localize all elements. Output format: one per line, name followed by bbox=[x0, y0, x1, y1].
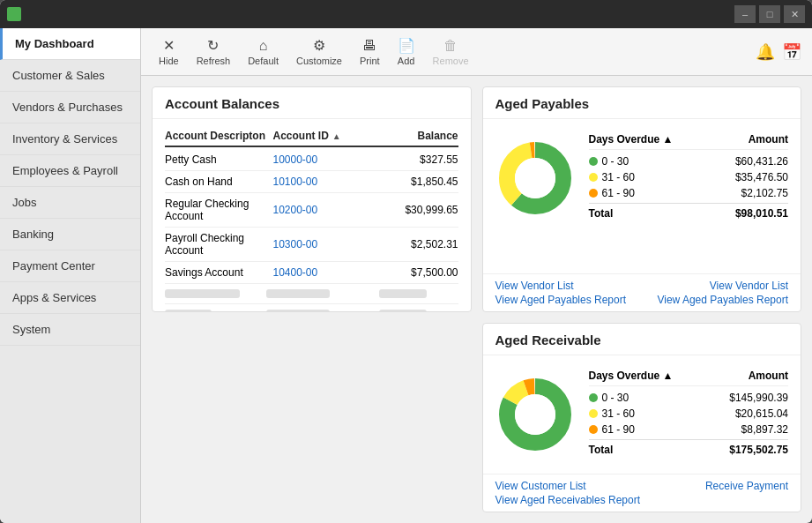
green-dot bbox=[589, 157, 598, 166]
row-id-link[interactable]: 10400-00 bbox=[273, 266, 379, 279]
account-balances-card: Account Balances Account Descripton Acco… bbox=[152, 86, 472, 312]
maximize-button[interactable]: □ bbox=[759, 5, 780, 23]
placeholder-row bbox=[165, 304, 458, 312]
legend-row: 61 - 90 $8,897.32 bbox=[589, 422, 789, 437]
row-desc: Cash on Hand bbox=[165, 176, 273, 188]
window-controls: – □ ✕ bbox=[734, 5, 805, 23]
aged-receivable-body: Days Overdue ▲ Amount 0 - 30 bbox=[483, 355, 801, 474]
sidebar-item-jobs[interactable]: Jobs bbox=[0, 187, 140, 219]
calendar-icon[interactable]: 📅 bbox=[782, 42, 801, 62]
sort-arrow-icon: ▲ bbox=[663, 370, 674, 382]
sidebar-item-system[interactable]: System bbox=[0, 314, 140, 346]
view-customer-list-link[interactable]: View Customer List bbox=[495, 480, 641, 492]
legend-amount: $35,476.50 bbox=[709, 171, 788, 183]
placeholder-bar bbox=[165, 289, 240, 298]
legend-row: 31 - 60 $35,476.50 bbox=[589, 169, 789, 185]
receive-payment-link[interactable]: Receive Payment bbox=[705, 480, 788, 492]
legend-header: Days Overdue ▲ Amount bbox=[589, 133, 789, 150]
view-vendor-list-left-link[interactable]: View Vendor List bbox=[495, 280, 627, 292]
row-id-link[interactable]: 10200-00 bbox=[273, 204, 379, 216]
aged-receivable-title: Aged Receivable bbox=[483, 324, 801, 355]
dashboard: Account Balances Account Descripton Acco… bbox=[141, 76, 812, 523]
hide-label: Hide bbox=[159, 56, 179, 66]
view-aged-report-right-link[interactable]: View Aged Payables Report bbox=[657, 294, 788, 306]
legend-label: 31 - 60 bbox=[589, 171, 710, 183]
placeholder-bar bbox=[379, 289, 427, 298]
row-amount: $1,850.45 bbox=[379, 176, 458, 188]
view-vendor-list-right-link[interactable]: View Vendor List bbox=[710, 280, 788, 292]
print-icon: 🖶 bbox=[362, 38, 376, 54]
table-row: Payroll Checking Account 10300-00 $2,502… bbox=[165, 228, 458, 262]
view-aged-receivables-link[interactable]: View Aged Receivables Report bbox=[495, 494, 641, 506]
table-header: Account Descripton Account ID ▲ Balance bbox=[165, 126, 458, 147]
aged-payables-title: Aged Payables bbox=[483, 87, 801, 119]
bell-icon[interactable]: 🔔 bbox=[756, 42, 775, 62]
refresh-label: Refresh bbox=[197, 56, 231, 66]
account-balances-title: Account Balances bbox=[153, 87, 471, 119]
minimize-button[interactable]: – bbox=[734, 5, 756, 23]
toolbar: ✕ Hide ↻ Refresh ⌂ Default ⚙ Customize 🖶 bbox=[141, 28, 812, 76]
row-desc: Payroll Checking Account bbox=[165, 232, 273, 257]
orange-dot bbox=[589, 425, 598, 434]
row-amount: $327.55 bbox=[379, 153, 458, 166]
row-id-link[interactable]: 10000-00 bbox=[273, 153, 379, 166]
sidebar-item-my-dashboard[interactable]: My Dashboard bbox=[0, 28, 140, 60]
aged-receivable-footer: View Customer List View Aged Receivables… bbox=[483, 474, 801, 512]
legend-row: 31 - 60 $20,615.04 bbox=[589, 406, 789, 422]
print-button[interactable]: 🖶 Print bbox=[353, 34, 387, 70]
sidebar-item-apps-services[interactable]: Apps & Services bbox=[0, 282, 140, 314]
row-desc: Petty Cash bbox=[165, 153, 273, 166]
hide-icon: ✕ bbox=[163, 37, 175, 54]
account-balances-body: Account Descripton Account ID ▲ Balance … bbox=[153, 119, 471, 312]
sidebar-item-inventory-services[interactable]: Inventory & Services bbox=[0, 123, 140, 155]
sidebar-item-vendors-purchases[interactable]: Vendors & Purchases bbox=[0, 92, 140, 123]
aged-receivable-content: Days Overdue ▲ Amount 0 - 30 bbox=[495, 362, 789, 467]
sidebar-item-banking[interactable]: Banking bbox=[0, 219, 140, 250]
green-dot bbox=[589, 393, 598, 402]
row-id-link[interactable]: 10100-00 bbox=[273, 176, 379, 188]
row-desc: Regular Checking Account bbox=[165, 198, 273, 222]
legend-amount-col: Amount bbox=[709, 133, 788, 146]
aged-receivable-legend: Days Overdue ▲ Amount 0 - 30 bbox=[589, 370, 789, 459]
total-row: Total $98,010.51 bbox=[589, 203, 789, 223]
add-icon: 📄 bbox=[398, 37, 415, 54]
row-amount: $2,502.31 bbox=[379, 238, 458, 250]
aged-payables-content: Days Overdue ▲ Amount 0 - 30 bbox=[495, 126, 789, 230]
default-button[interactable]: ⌂ Default bbox=[241, 34, 286, 70]
svg-point-7 bbox=[515, 394, 555, 435]
legend-days-col: Days Overdue ▲ bbox=[589, 370, 710, 382]
content-area: ✕ Hide ↻ Refresh ⌂ Default ⚙ Customize 🖶 bbox=[141, 28, 812, 523]
remove-icon: 🗑 bbox=[443, 38, 458, 54]
add-button[interactable]: 📄 Add bbox=[391, 34, 422, 70]
aged-payables-body: Days Overdue ▲ Amount 0 - 30 bbox=[483, 119, 801, 273]
sidebar-item-employees-payroll[interactable]: Employees & Payroll bbox=[0, 155, 140, 187]
hide-button[interactable]: ✕ Hide bbox=[152, 34, 186, 70]
legend-amount: $20,615.04 bbox=[709, 407, 788, 420]
legend-amount: $2,102.75 bbox=[709, 187, 788, 199]
remove-button[interactable]: 🗑 Remove bbox=[426, 34, 476, 70]
col-balance: Balance bbox=[379, 130, 458, 142]
view-aged-report-left-link[interactable]: View Aged Payables Report bbox=[495, 294, 627, 306]
legend-amount: $60,431.26 bbox=[709, 155, 788, 168]
close-button[interactable]: ✕ bbox=[784, 5, 805, 23]
legend-label: 61 - 90 bbox=[589, 423, 710, 436]
legend-amount: $8,897.32 bbox=[709, 423, 788, 436]
col-id: Account ID ▲ bbox=[273, 130, 379, 142]
sidebar-item-customer-sales[interactable]: Customer & Sales bbox=[0, 60, 140, 92]
row-amount: $7,500.00 bbox=[379, 266, 458, 279]
aged-payables-card: Aged Payables bbox=[482, 86, 802, 312]
table-row: Petty Cash 10000-00 $327.55 bbox=[165, 149, 458, 171]
customize-button[interactable]: ⚙ Customize bbox=[289, 34, 349, 70]
aged-receivable-donut bbox=[495, 375, 575, 454]
refresh-button[interactable]: ↻ Refresh bbox=[190, 34, 238, 70]
default-label: Default bbox=[248, 56, 279, 66]
default-icon: ⌂ bbox=[259, 38, 268, 54]
row-id-link[interactable]: 10300-00 bbox=[273, 238, 379, 250]
svg-point-3 bbox=[515, 158, 555, 198]
customize-label: Customize bbox=[296, 56, 342, 66]
aged-payables-legend: Days Overdue ▲ Amount 0 - 30 bbox=[589, 133, 789, 223]
toolbar-right: 🔔 📅 bbox=[756, 42, 801, 62]
aged-payables-footer: View Vendor List View Aged Payables Repo… bbox=[483, 273, 801, 311]
sidebar-item-payment-center[interactable]: Payment Center bbox=[0, 250, 140, 282]
col-description: Account Descripton bbox=[165, 130, 273, 142]
